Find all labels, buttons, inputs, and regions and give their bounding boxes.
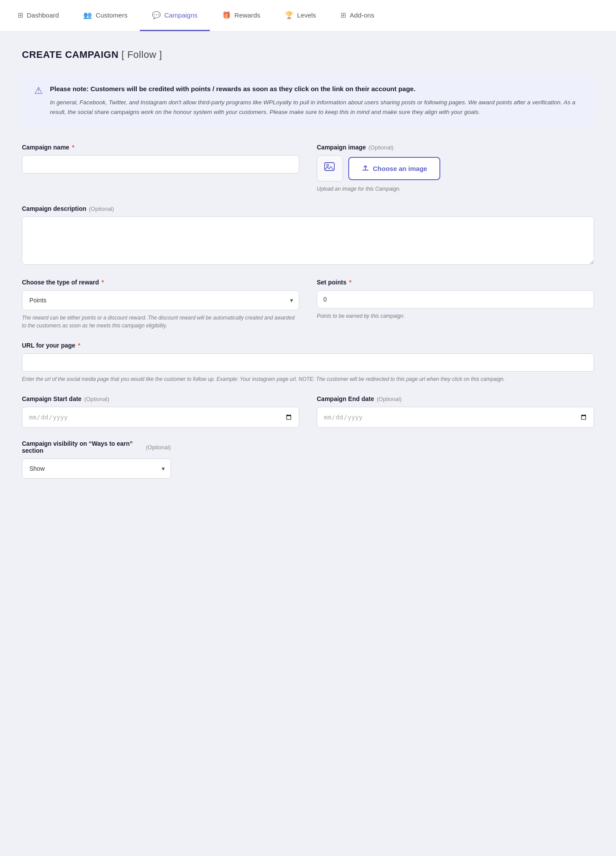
form-row-reward-points: Choose the type of reward * Points Disco… [22, 279, 594, 330]
dashboard-icon: ⊞ [18, 11, 23, 19]
campaign-description-label: Campaign description (Optional) [22, 205, 594, 212]
visibility-select[interactable]: Show Hide [22, 458, 171, 479]
alert-content: Please note: Customers will be credited … [50, 84, 582, 117]
visibility-label: Campaign visibility on “Ways to earn” se… [22, 440, 171, 454]
levels-icon: 🏆 [285, 11, 294, 19]
end-date-input[interactable] [317, 407, 594, 428]
rewards-icon: 🎁 [222, 11, 231, 19]
reward-type-label: Choose the type of reward * [22, 279, 299, 286]
form-col-set-points: Set points * Points to be earned by this… [317, 279, 594, 330]
alert-box: ⚠ Please note: Customers will be credite… [22, 74, 594, 128]
nav-tab-dashboard[interactable]: ⊞ Dashboard [5, 0, 71, 31]
visibility-select-wrapper: Show Hide ▾ [22, 458, 171, 479]
upload-icon [361, 164, 369, 173]
start-date-label: Campaign Start date (Optional) [22, 395, 299, 402]
form-col-end-date: Campaign End date (Optional) [317, 395, 594, 428]
campaign-name-required: * [72, 144, 74, 151]
form-row-name-image: Campaign name * Campaign image (Optional… [22, 144, 594, 193]
upload-hint: Upload an image for this Campaign. [317, 185, 594, 193]
campaigns-icon: 💬 [152, 11, 161, 19]
alert-title: Please note: Customers will be credited … [50, 84, 582, 94]
reward-type-select[interactable]: Points Discount [22, 290, 299, 310]
campaign-name-input[interactable] [22, 155, 299, 174]
customers-icon: 👥 [83, 11, 92, 19]
warning-icon: ⚠ [34, 85, 43, 96]
reward-type-select-wrapper: Points Discount ▾ [22, 290, 299, 310]
nav-label-levels: Levels [297, 11, 316, 19]
form-col-reward-type: Choose the type of reward * Points Disco… [22, 279, 299, 330]
image-preview-box [317, 155, 343, 181]
url-label: URL for your page * [22, 342, 594, 349]
set-points-input[interactable] [317, 290, 594, 309]
form-col-start-date: Campaign Start date (Optional) [22, 395, 299, 428]
form-col-description: Campaign description (Optional) [22, 205, 594, 266]
nav-label-rewards: Rewards [234, 11, 260, 19]
set-points-hint: Points to be earned by this campaign. [317, 312, 594, 320]
campaign-description-textarea[interactable] [22, 217, 594, 265]
nav-tab-levels[interactable]: 🏆 Levels [273, 0, 328, 31]
addons-icon: ⊞ [340, 11, 346, 19]
form-col-url: URL for your page * Enter the url of the… [22, 342, 594, 383]
image-upload-area: Choose an image [317, 155, 594, 181]
form-row-dates: Campaign Start date (Optional) Campaign … [22, 395, 594, 428]
campaign-image-label: Campaign image (Optional) [317, 144, 594, 151]
end-date-label: Campaign End date (Optional) [317, 395, 594, 402]
form-col-campaign-image: Campaign image (Optional) [317, 144, 594, 193]
nav-label-dashboard: Dashboard [27, 11, 59, 19]
svg-point-1 [327, 164, 329, 166]
form-col-visibility: Campaign visibility on “Ways to earn” se… [22, 440, 171, 479]
start-date-input[interactable] [22, 407, 299, 428]
main-content: CREATE CAMPAIGN [ Follow ] ⚠ Please note… [0, 32, 616, 514]
navigation-bar: ⊞ Dashboard 👥 Customers 💬 Campaigns 🎁 Re… [0, 0, 616, 32]
reward-type-hint: The reward can be either points or a dis… [22, 314, 299, 330]
nav-tab-rewards[interactable]: 🎁 Rewards [210, 0, 273, 31]
nav-label-campaigns: Campaigns [164, 11, 198, 19]
nav-label-addons: Add-ons [350, 11, 374, 19]
nav-label-customers: Customers [96, 11, 127, 19]
campaign-name-label: Campaign name * [22, 144, 299, 151]
set-points-label: Set points * [317, 279, 594, 286]
nav-tab-customers[interactable]: 👥 Customers [71, 0, 140, 31]
url-input[interactable] [22, 353, 594, 372]
nav-tab-campaigns[interactable]: 💬 Campaigns [140, 0, 210, 31]
choose-image-button[interactable]: Choose an image [348, 157, 440, 180]
nav-tab-addons[interactable]: ⊞ Add-ons [328, 0, 386, 31]
page-title: CREATE CAMPAIGN [ Follow ] [22, 49, 594, 60]
image-placeholder-icon [324, 161, 336, 176]
url-hint: Enter the url of the social media page t… [22, 375, 594, 383]
form-col-campaign-name: Campaign name * [22, 144, 299, 193]
alert-body: In general, Facebook, Twitter, and Insta… [50, 98, 582, 118]
